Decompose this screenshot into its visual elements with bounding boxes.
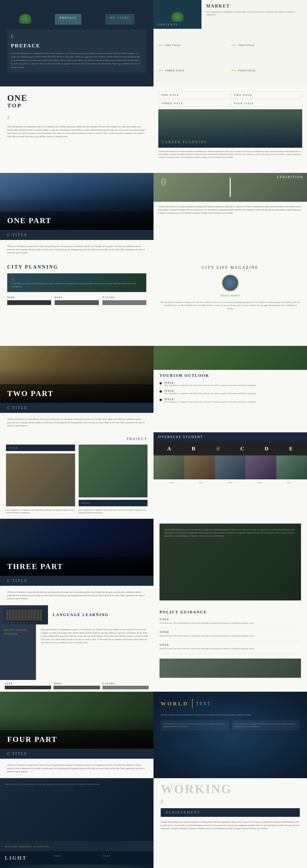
policy-text-3: Network security is the network hardware… bbox=[160, 647, 301, 650]
letters-row: A B R C D E bbox=[154, 442, 307, 455]
city-banner: C Urban planning is based on the develop… bbox=[7, 273, 146, 292]
market-panel: MARKET Price competition is a competitiv… bbox=[201, 0, 307, 29]
night-body: Network security is the network hardware… bbox=[5, 783, 149, 786]
working-text: WORKING bbox=[161, 783, 300, 796]
policy-item-3: TITLE Network security is the network ha… bbox=[160, 644, 301, 653]
tab-row: PREFACE MY STORY bbox=[7, 14, 146, 25]
slide-city-planning: CITY PLANNING C Urban planning is based … bbox=[0, 259, 154, 346]
project-col-2: TITLE Price competition is a competitive… bbox=[79, 444, 148, 514]
road-line bbox=[230, 178, 231, 197]
text-label-3: T CLASS bbox=[102, 296, 146, 299]
city-overlay: FOUR PART bbox=[0, 730, 154, 749]
photo-2 bbox=[184, 455, 215, 479]
slide-two-part: TWO PART C TITLE CFR part of destination… bbox=[0, 346, 154, 432]
plant-icon-2 bbox=[171, 12, 183, 22]
row-10: Network security is the network hardware… bbox=[0, 778, 307, 865]
logo-c: C bbox=[12, 277, 141, 282]
title-box-3: THREE TITLE bbox=[158, 100, 230, 107]
light-text: LIGHT bbox=[5, 855, 50, 861]
plant-icon bbox=[19, 14, 31, 25]
letter-b: B bbox=[183, 445, 205, 452]
text-label-2: TEXT bbox=[103, 855, 149, 857]
lang-text-bar-3 bbox=[102, 686, 149, 689]
city-overlay: ONE PART bbox=[0, 211, 154, 230]
quote-boxes: Price competition is a competitive form … bbox=[161, 720, 300, 731]
text-3: TEXT bbox=[217, 482, 244, 484]
body-text: Police and autonomy are independent easi… bbox=[7, 125, 146, 138]
title-text: TITLE bbox=[12, 751, 28, 756]
slide-market: CONTENTS MARKET Price competition is a c… bbox=[154, 0, 307, 87]
policy-item-1: TITLE Network security is the network ha… bbox=[160, 618, 301, 628]
body-text: certainly think elements: the external e… bbox=[164, 528, 296, 537]
project-title-1: TITLE bbox=[6, 444, 75, 451]
logo-e: E bbox=[161, 799, 300, 805]
policy-label-3: TITLE bbox=[160, 644, 301, 646]
row-9: FOUR PART C TITLE CFR part of destinatio… bbox=[0, 692, 307, 778]
two-part-text: TWO PART bbox=[7, 389, 54, 398]
text-bar-1 bbox=[7, 300, 51, 305]
lang-content: MATTERS NEEDING ATTENTION Police and aut… bbox=[0, 624, 154, 680]
policy-title: POLICY GUIDANCE bbox=[160, 610, 301, 614]
row-8: LANGUAGE LEARNING MATTERS NEEDING ATTENT… bbox=[0, 605, 307, 692]
row-7: THREE PART C TITLE CFR part of destinati… bbox=[0, 519, 307, 605]
project-text-1: Price competition is a competitive form … bbox=[6, 509, 75, 514]
exhibition-label: EXHIBITION bbox=[277, 175, 303, 179]
key bbox=[6, 609, 8, 621]
item-text-3: Price competition is a competitive form … bbox=[164, 401, 257, 403]
top-section: CONTENTS MARKET Price competition is a c… bbox=[154, 0, 307, 29]
project-col-1: TITLE Price competition is a competitive… bbox=[6, 444, 75, 514]
career-body: certainly think elements: the external e… bbox=[158, 150, 302, 159]
title-box-2: TWO TITLE bbox=[231, 91, 302, 98]
three-part-text: THREE PART bbox=[7, 562, 63, 571]
project-label: PROJECT bbox=[6, 437, 147, 441]
title-line bbox=[158, 45, 163, 45]
slide-language: LANGUAGE LEARNING MATTERS NEEDING ATTENT… bbox=[0, 605, 154, 692]
slide-thanks: THANKS LIGHT bbox=[0, 865, 154, 868]
one-column: ONE TOP bbox=[7, 94, 27, 109]
one-text: ONE bbox=[7, 94, 27, 102]
quote-text-1: Price competition is a competitive form … bbox=[163, 723, 226, 728]
item-title-1: TITLE bbox=[164, 381, 257, 384]
project-text-2: Price competition is a competitive form … bbox=[79, 509, 148, 514]
dot-2 bbox=[160, 390, 162, 393]
slide-world: WORLD TEXT Network security is the netwo… bbox=[154, 692, 307, 778]
text-col-2: TEXT bbox=[55, 296, 99, 305]
title-bar: C TITLE bbox=[0, 749, 154, 759]
cfr-text: CFR part of destination: It means that t… bbox=[0, 413, 154, 432]
text-label: TEXT bbox=[196, 701, 211, 706]
photo-3 bbox=[215, 455, 246, 479]
title-item-1: ONE TITLE bbox=[158, 34, 229, 57]
night-content: Network security is the network hardware… bbox=[0, 778, 154, 841]
slide-exhibition: 0 EXHIBITION certainly think elements: t… bbox=[154, 173, 307, 259]
matters-text: MATTERS NEEDING ATTENTION bbox=[4, 628, 32, 636]
title-line-4 bbox=[232, 70, 236, 71]
matters-label: MATTERS NEEDING ATTENTION bbox=[5, 845, 49, 848]
letter-d: D bbox=[256, 445, 278, 452]
text-label-1: TEXT bbox=[7, 296, 51, 299]
row-3: ONE PART C TITLE CFR part of destination… bbox=[0, 173, 307, 259]
tab-mystory[interactable]: MY STORY bbox=[105, 14, 134, 25]
keyboard-image bbox=[5, 608, 43, 622]
cfr-text: CFR part of destination: It means that t… bbox=[0, 759, 154, 778]
row-6: PROJECT TITLE Price competition is a com… bbox=[0, 432, 307, 519]
text-5: TEXT bbox=[275, 482, 302, 484]
item-text-2: Price competition is a competitive form … bbox=[164, 392, 257, 395]
policy-label-1: TITLE bbox=[160, 618, 301, 621]
lang-text-col-3: T CLASS bbox=[102, 682, 149, 689]
key bbox=[9, 609, 11, 621]
titles-grid: ONE TITLE TWO TITLE THREE TITLE FOUR TIT… bbox=[154, 29, 307, 87]
body-text: Police and autonomy are independent easi… bbox=[11, 52, 143, 69]
network-text: Network security is the network hardware… bbox=[161, 713, 300, 717]
policy-label-2: TITLE bbox=[160, 631, 301, 633]
tourism-item-1: TITLE Price competition is a competitive… bbox=[160, 381, 301, 387]
banner-body: Urban planning is based on the developme… bbox=[12, 282, 141, 288]
slide-preface: PREFACE MY STORY E PREFACE Police and au… bbox=[0, 0, 154, 87]
project-grid: TITLE Price competition is a competitive… bbox=[6, 444, 147, 514]
logo-c: C bbox=[7, 406, 10, 410]
item-content-1: TITLE Price competition is a competitive… bbox=[164, 381, 257, 387]
slide-animals: certainly think elements: the external e… bbox=[154, 519, 307, 605]
dot-3 bbox=[160, 399, 162, 401]
tab-preface[interactable]: PREFACE bbox=[55, 14, 81, 25]
key bbox=[36, 609, 39, 621]
text-columns: TEXT TEXT T CLASS bbox=[7, 296, 146, 305]
